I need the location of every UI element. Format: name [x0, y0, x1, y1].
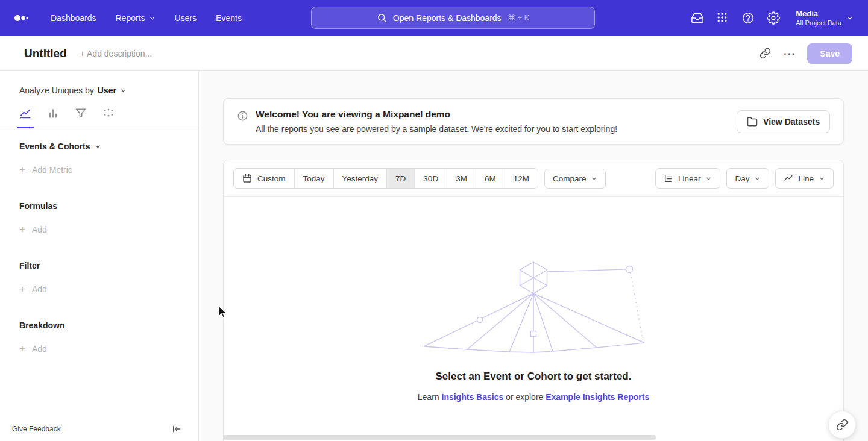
insights-basics-link[interactable]: Insights Basics — [442, 392, 504, 402]
tab-scatter-chart[interactable] — [102, 107, 115, 119]
section-label: Filter — [19, 261, 40, 271]
date-range-7d[interactable]: 7D — [386, 169, 414, 188]
welcome-banner: Welcome! You are viewing a Mixpanel demo… — [223, 98, 844, 145]
nav-item-label: Reports — [116, 13, 145, 23]
date-range-6m[interactable]: 6M — [476, 169, 505, 188]
analyze-label: Analyze Uniques by — [19, 86, 94, 95]
date-range-label: 30D — [423, 174, 438, 183]
tab-bar-chart[interactable] — [47, 107, 59, 119]
primary-nav: Dashboards Reports Users Events — [51, 13, 242, 23]
nav-item-users[interactable]: Users — [175, 13, 197, 23]
date-range-label: 6M — [485, 174, 496, 183]
report-header: Untitled + Add description... ⋯ Save — [0, 36, 868, 71]
more-options-icon[interactable]: ⋯ — [783, 50, 795, 57]
plus-icon: + — [19, 224, 25, 234]
middle-text: or explore — [506, 392, 543, 402]
empty-state-heading: Select an Event or Cohort to get started… — [436, 371, 632, 383]
linear-scale-icon — [664, 174, 673, 183]
date-range-3m[interactable]: 3M — [447, 169, 476, 188]
date-range-segmented-control: Custom Today Yesterday 7D 30D 3M 6M 12M — [233, 168, 538, 189]
chart-toolbar: Custom Today Yesterday 7D 30D 3M 6M 12M … — [224, 160, 843, 197]
chart-type-dropdown[interactable]: Line — [775, 168, 834, 189]
global-search-input[interactable]: Open Reports & Dashboards ⌘ + K — [311, 7, 595, 29]
add-filter-button[interactable]: + Add — [0, 284, 198, 294]
chart-type-label: Line — [798, 174, 814, 183]
empty-state-illustration — [419, 257, 648, 354]
chart-display-controls: Linear Day — [649, 168, 834, 189]
nav-item-events[interactable]: Events — [216, 13, 242, 23]
add-metric-button[interactable]: + Add Metric — [0, 164, 198, 175]
interval-label: Day — [735, 174, 749, 183]
nav-item-reports[interactable]: Reports — [116, 13, 156, 23]
insights-chart-card: Custom Today Yesterday 7D 30D 3M 6M 12M … — [223, 160, 844, 441]
chevron-down-icon — [120, 87, 127, 94]
horizontal-scrollbar[interactable] — [223, 435, 656, 440]
search-placeholder: Open Reports & Dashboards — [393, 13, 502, 23]
section-label: Formulas — [19, 201, 57, 211]
copy-link-icon[interactable] — [760, 48, 771, 59]
date-range-custom[interactable]: Custom — [234, 169, 294, 188]
events-cohorts-section-title[interactable]: Events & Cohorts — [0, 142, 198, 151]
tab-line-chart[interactable] — [19, 107, 31, 119]
share-link-fab[interactable] — [828, 411, 856, 439]
add-breakdown-button[interactable]: + Add — [0, 343, 198, 354]
date-range-label: Today — [303, 174, 325, 183]
scale-dropdown[interactable]: Linear — [655, 168, 721, 189]
mixpanel-logo-icon[interactable] — [13, 13, 29, 23]
plus-icon: + — [19, 164, 25, 175]
banner-title: Welcome! You are viewing a Mixpanel demo — [256, 109, 617, 120]
compare-button[interactable]: Compare — [544, 169, 606, 189]
top-navbar: Dashboards Reports Users Events Open Rep… — [0, 0, 868, 36]
nav-item-label: Dashboards — [51, 13, 96, 23]
help-icon[interactable] — [741, 11, 755, 25]
date-range-label: Yesterday — [342, 174, 379, 183]
project-info: Media All Project Data — [796, 8, 841, 28]
project-subtitle: All Project Data — [796, 19, 841, 28]
date-range-today[interactable]: Today — [294, 169, 333, 188]
report-title[interactable]: Untitled — [24, 47, 67, 60]
give-feedback-link[interactable]: Give Feedback — [12, 425, 61, 433]
project-name: Media — [796, 8, 841, 19]
chevron-down-icon — [95, 143, 101, 150]
example-insights-reports-link[interactable]: Example Insights Reports — [546, 392, 649, 402]
folder-icon — [747, 116, 758, 127]
inbox-icon[interactable] — [691, 11, 704, 25]
date-range-yesterday[interactable]: Yesterday — [333, 169, 387, 188]
date-range-12m[interactable]: 12M — [505, 169, 538, 188]
analyze-uniques-row: Analyze Uniques by User — [0, 86, 198, 95]
analyze-entity-value: User — [98, 86, 116, 95]
tab-funnel-chart[interactable] — [75, 107, 87, 119]
link-icon — [836, 419, 848, 431]
interval-dropdown[interactable]: Day — [726, 168, 769, 189]
plus-icon: + — [19, 284, 25, 294]
date-range-label: 3M — [456, 174, 467, 183]
banner-body: All the reports you see are powered by a… — [256, 124, 617, 134]
learn-prefix: Learn — [418, 392, 439, 402]
compare-label: Compare — [553, 174, 587, 183]
chevron-down-icon — [819, 175, 825, 182]
project-switcher[interactable]: Media All Project Data — [796, 8, 854, 28]
formulas-section-title: Formulas — [0, 201, 198, 211]
analyze-entity-dropdown[interactable]: User — [98, 86, 127, 95]
date-range-30d[interactable]: 30D — [414, 169, 447, 188]
banner-text: Welcome! You are viewing a Mixpanel demo… — [256, 109, 617, 134]
nav-item-dashboards[interactable]: Dashboards — [51, 13, 96, 23]
view-datasets-button[interactable]: View Datasets — [737, 110, 830, 133]
chevron-down-icon — [754, 175, 761, 182]
save-button[interactable]: Save — [807, 43, 852, 64]
add-formula-button[interactable]: + Add — [0, 224, 198, 234]
apps-grid-icon[interactable] — [716, 11, 729, 25]
calendar-icon — [242, 174, 252, 183]
add-filter-label: Add — [32, 284, 47, 294]
info-icon — [237, 110, 248, 122]
empty-state-links: Learn Insights Basics or explore Example… — [418, 392, 649, 402]
collapse-sidebar-icon[interactable] — [172, 424, 181, 434]
view-datasets-label: View Datasets — [763, 117, 820, 127]
plus-icon: + — [19, 343, 25, 354]
report-header-actions: ⋯ Save — [760, 43, 852, 64]
query-builder-sidebar: Analyze Uniques by User — [0, 71, 199, 441]
add-description-field[interactable]: + Add description... — [80, 49, 152, 58]
scale-label: Linear — [678, 174, 701, 183]
nav-item-label: Events — [216, 13, 242, 23]
settings-gear-icon[interactable] — [767, 11, 780, 25]
